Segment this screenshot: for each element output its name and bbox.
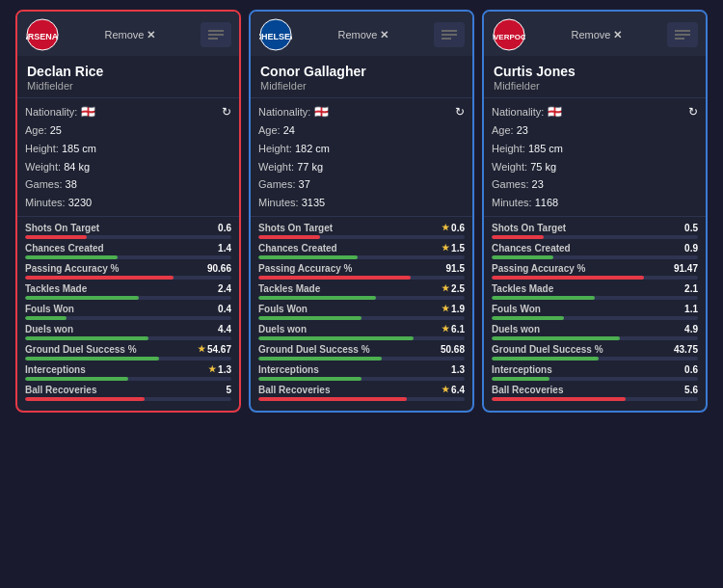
metric-bar-container bbox=[258, 316, 465, 320]
remove-x-icon: ✕ bbox=[380, 29, 388, 41]
stat-nationality: ↻ Nationality: 🏴󠁧󠁢󠁥󠁮󠁧󠁿 bbox=[258, 102, 465, 121]
stat-weight: Weight: 75 kg bbox=[492, 158, 698, 176]
metric-value: 1.4 bbox=[218, 243, 231, 254]
metric-label: Fouls Won bbox=[492, 304, 541, 314]
club-logo-chelsea: CHELSEA bbox=[258, 17, 293, 52]
metrics-section: Shots On Target0.5Chances Created0.9Pass… bbox=[484, 216, 706, 411]
metric-row: Shots On Target0.5 bbox=[492, 223, 698, 239]
star-icon: ★ bbox=[442, 324, 449, 334]
metric-bar-container bbox=[25, 296, 231, 300]
svg-text:ARSENAL: ARSENAL bbox=[26, 32, 59, 41]
stat-games: Games: 38 bbox=[25, 175, 231, 194]
metric-row: Duels won4.9 bbox=[492, 324, 698, 340]
metric-bar-container bbox=[25, 255, 231, 259]
star-icon: ★ bbox=[442, 243, 449, 253]
metric-value: 4.9 bbox=[684, 324, 698, 334]
metric-label: Duels won bbox=[258, 324, 307, 334]
metric-label: Tackles Made bbox=[492, 283, 553, 294]
metric-bar-fill bbox=[258, 276, 411, 280]
metric-label: Ball Recoveries bbox=[258, 385, 331, 395]
metric-bar-fill bbox=[492, 397, 626, 401]
metric-bar-container bbox=[25, 235, 231, 239]
stat-height: Height: 185 cm bbox=[25, 140, 231, 158]
player-info: Curtis Jones Midfielder bbox=[484, 56, 706, 97]
metric-label: Shots On Target bbox=[492, 223, 566, 233]
flag-icon: 🏴󠁧󠁢󠁥󠁮󠁧󠁿 bbox=[548, 102, 562, 121]
metric-label: Ground Duel Success % bbox=[25, 344, 137, 355]
metric-bar-fill bbox=[258, 296, 376, 300]
metric-label: Interceptions bbox=[258, 364, 319, 375]
stat-nationality: ↻ Nationality: 🏴󠁧󠁢󠁥󠁮󠁧󠁿 bbox=[25, 102, 231, 121]
metric-value: 1.3 bbox=[451, 364, 465, 375]
metric-row: Passing Accuracy %91.5 bbox=[258, 263, 465, 280]
metric-row: Fouls Won0.4 bbox=[25, 304, 231, 320]
svg-rect-4 bbox=[208, 34, 224, 36]
remove-button[interactable]: Remove ✕ bbox=[105, 29, 156, 41]
player-card-arsenal: ARSENAL Remove ✕ Declan Rice Midfielder … bbox=[15, 10, 241, 413]
player-name: Curtis Jones bbox=[494, 64, 696, 79]
star-icon: ★ bbox=[442, 304, 449, 313]
refresh-icon[interactable]: ↻ bbox=[455, 102, 465, 121]
stat-minutes: Minutes: 3230 bbox=[25, 194, 231, 212]
metric-row: Fouls Won1.1 bbox=[492, 304, 698, 320]
metric-bar-container bbox=[492, 316, 698, 320]
player-card-chelsea: CHELSEA Remove ✕ Conor Gallagher Midfiel… bbox=[249, 10, 474, 413]
metric-bar-container bbox=[492, 336, 698, 340]
remove-button[interactable]: Remove ✕ bbox=[572, 29, 623, 41]
metric-row: Ground Duel Success %★54.67 bbox=[25, 344, 231, 361]
metric-bar-fill bbox=[25, 397, 145, 401]
metric-bar-fill bbox=[492, 377, 549, 381]
stat-weight: Weight: 84 kg bbox=[25, 158, 231, 176]
player-position: Midfielder bbox=[27, 80, 229, 92]
metric-bar-fill bbox=[25, 276, 174, 280]
metric-label: Shots On Target bbox=[25, 223, 99, 233]
metric-bar-fill bbox=[25, 357, 159, 361]
metric-bar-fill bbox=[25, 255, 118, 259]
stat-games: Games: 37 bbox=[258, 175, 465, 194]
metric-label: Passing Accuracy % bbox=[25, 263, 119, 274]
metric-bar-container bbox=[258, 255, 465, 259]
metric-row: Ball Recoveries★6.4 bbox=[258, 385, 465, 401]
card-header: CHELSEA Remove ✕ bbox=[251, 12, 472, 56]
metric-value: 91.47 bbox=[674, 263, 698, 274]
refresh-icon[interactable]: ↻ bbox=[222, 102, 231, 121]
metric-label: Fouls Won bbox=[25, 304, 74, 314]
metric-row: Tackles Made2.4 bbox=[25, 283, 231, 300]
metric-bar-container bbox=[258, 357, 465, 361]
metric-value: 5 bbox=[226, 385, 231, 395]
player-info: Declan Rice Midfielder bbox=[17, 56, 239, 97]
star-icon: ★ bbox=[208, 364, 216, 374]
refresh-icon[interactable]: ↻ bbox=[688, 102, 698, 121]
metric-value: 0.6 bbox=[684, 364, 698, 375]
metric-label: Passing Accuracy % bbox=[492, 263, 585, 274]
stat-age: Age: 25 bbox=[25, 121, 231, 140]
metric-bar-fill bbox=[492, 316, 564, 320]
metric-label: Ground Duel Success % bbox=[492, 344, 603, 355]
flag-icon: 🏴󠁧󠁢󠁥󠁮󠁧󠁿 bbox=[314, 102, 329, 121]
metric-label: Chances Created bbox=[492, 243, 571, 254]
svg-rect-17 bbox=[675, 38, 684, 40]
svg-rect-5 bbox=[208, 38, 218, 40]
svg-rect-3 bbox=[208, 30, 224, 32]
remove-button[interactable]: Remove ✕ bbox=[338, 29, 389, 41]
remove-label: Remove bbox=[338, 29, 378, 40]
player-info: Conor Gallagher Midfielder bbox=[251, 56, 472, 97]
metric-bar-container bbox=[25, 397, 231, 401]
metric-label: Interceptions bbox=[25, 364, 86, 375]
metric-value: ★1.9 bbox=[442, 304, 465, 314]
metric-row: Passing Accuracy %90.66 bbox=[25, 263, 231, 280]
metric-value: 5.6 bbox=[684, 385, 698, 395]
stat-minutes: Minutes: 3135 bbox=[258, 194, 465, 212]
metric-bar-fill bbox=[258, 377, 362, 381]
metric-row: Duels won4.4 bbox=[25, 324, 231, 340]
svg-rect-15 bbox=[675, 30, 690, 32]
stat-nationality: ↻ Nationality: 🏴󠁧󠁢󠁥󠁮󠁧󠁿 bbox=[492, 102, 698, 121]
metric-value: ★6.4 bbox=[442, 385, 465, 395]
metrics-section: Shots On Target0.6Chances Created1.4Pass… bbox=[17, 216, 239, 411]
metric-row: Tackles Made2.1 bbox=[492, 283, 698, 300]
metric-label: Tackles Made bbox=[258, 283, 320, 294]
metric-bar-fill bbox=[258, 397, 407, 401]
metric-bar-fill bbox=[258, 336, 414, 340]
metric-value: ★6.1 bbox=[442, 324, 465, 334]
metric-value: 0.4 bbox=[218, 304, 231, 314]
